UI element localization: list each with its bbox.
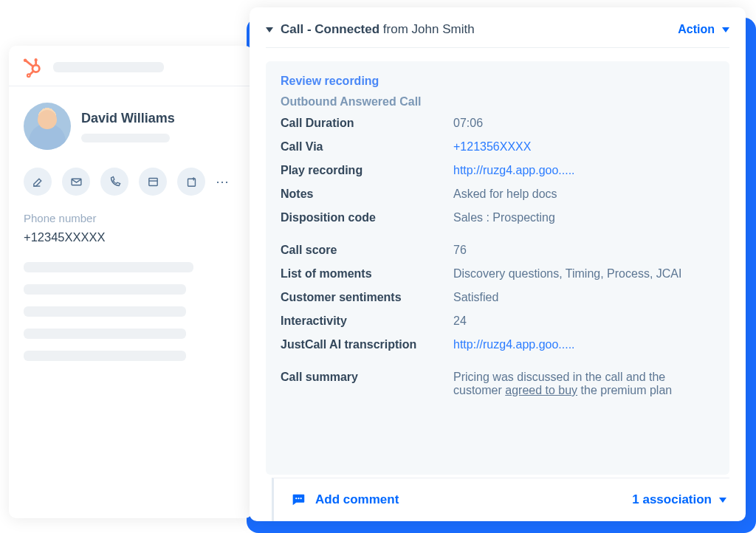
panel-title-bold: Call - Connected [281, 22, 379, 36]
field-row: Disposition codeSales : Prospecting [281, 206, 715, 230]
field-row: List of momentsDiscovery questions, Timi… [281, 262, 715, 286]
field-label: Interactivity [281, 314, 453, 328]
placeholder-bar [81, 134, 170, 142]
call-summary-row: Call summary Pricing was discussed in th… [281, 365, 715, 402]
svg-point-11 [298, 498, 299, 499]
field-label: Notes [281, 188, 453, 201]
call-detail-panel: Call - Connected from John Smith Action … [250, 7, 746, 521]
panel-footer: Add comment 1 association [272, 478, 729, 521]
field-value: 24 [453, 314, 467, 328]
log-icon [147, 176, 159, 188]
field-label: Customer sentiments [281, 291, 453, 304]
edit-note-icon [32, 176, 44, 188]
svg-rect-8 [148, 178, 157, 185]
call-type: Outbound Answered Call [281, 95, 715, 109]
field-label: List of moments [281, 267, 453, 281]
ellipsis-icon: ⋯ [216, 173, 229, 190]
contact-card: David Williams ⋯ Phone number +12345XXXX… [9, 46, 252, 518]
field-row: Call Via+121356XXXX [281, 135, 715, 159]
placeholder-bar [24, 329, 186, 339]
field-row: Customer sentimentsSatisfied [281, 286, 715, 309]
placeholder-bar [53, 62, 164, 72]
field-value-link[interactable]: +121356XXXX [453, 140, 531, 154]
phone-icon [109, 176, 121, 188]
field-row: JustCall AI transcriptionhttp://ruzg4.ap… [281, 333, 715, 357]
field-value: Satisfied [453, 291, 498, 304]
action-label: Action [678, 23, 715, 36]
svg-line-3 [27, 61, 33, 67]
svg-point-10 [295, 498, 297, 499]
field-label: JustCall AI transcription [281, 338, 453, 351]
call-detail-box: Review recording Outbound Answered Call … [266, 61, 729, 475]
field-row: Call score76 [281, 238, 715, 262]
svg-point-4 [24, 58, 27, 62]
field-label: Call score [281, 244, 453, 257]
association-dropdown[interactable]: 1 association [632, 492, 726, 507]
field-value: Sales : Prospecting [453, 211, 555, 224]
placeholder-bar [24, 284, 186, 295]
field-value: Asked for help docs [453, 188, 557, 201]
field-label: Call Duration [281, 117, 453, 130]
panel-header: Call - Connected from John Smith Action [266, 22, 729, 48]
contact-name: David Williams [81, 111, 175, 126]
field-label: Call summary [281, 371, 453, 384]
comment-icon [290, 492, 306, 508]
email-button[interactable] [62, 168, 90, 196]
panel-title-from: from John Smith [379, 22, 475, 36]
caret-down-icon [266, 27, 273, 32]
field-label: Play recording [281, 164, 453, 177]
more-button[interactable]: ⋯ [216, 168, 230, 196]
field-value: Pricing was discussed in the call and th… [453, 371, 715, 397]
field-value: Discovery questions, Timing, Process, JC… [453, 267, 681, 281]
phone-number-label: Phone number [9, 212, 252, 224]
task-icon [185, 176, 198, 188]
association-label: 1 association [632, 492, 712, 507]
field-value-link[interactable]: http://ruzg4.app.goo..... [453, 338, 575, 351]
call-button[interactable] [100, 168, 128, 196]
field-row: Interactivity24 [281, 309, 715, 333]
caret-down-icon [719, 498, 726, 503]
caret-down-icon [722, 27, 729, 32]
svg-point-2 [35, 58, 38, 61]
add-comment-label: Add comment [315, 492, 399, 507]
action-dropdown[interactable]: Action [678, 23, 729, 36]
field-row: Play recordinghttp://ruzg4.app.goo..... [281, 159, 715, 182]
field-value: 07:06 [453, 117, 483, 130]
field-label: Disposition code [281, 211, 453, 224]
hubspot-logo-icon [21, 56, 43, 78]
placeholder-bar [24, 351, 186, 361]
placeholder-block [9, 262, 252, 361]
placeholder-bar [24, 306, 186, 317]
profile-row: David Williams [9, 86, 252, 159]
placeholder-bar [24, 262, 193, 272]
avatar [24, 103, 71, 150]
contact-card-header [9, 46, 252, 86]
panel-title[interactable]: Call - Connected from John Smith [266, 22, 475, 37]
task-button[interactable] [177, 168, 205, 196]
edit-note-button[interactable] [24, 168, 52, 196]
review-recording-link[interactable]: Review recording [281, 75, 715, 88]
svg-point-12 [300, 498, 302, 499]
field-row: Call Duration07:06 [281, 111, 715, 135]
log-button[interactable] [139, 168, 167, 196]
svg-point-6 [27, 74, 30, 77]
email-icon [70, 176, 83, 188]
field-label: Call Via [281, 140, 453, 154]
field-value-link[interactable]: http://ruzg4.app.goo..... [453, 164, 575, 177]
phone-number-value: +12345XXXXX [9, 224, 252, 262]
field-row: NotesAsked for help docs [281, 182, 715, 206]
add-comment-button[interactable]: Add comment [290, 492, 399, 508]
action-icon-row: ⋯ [9, 159, 252, 212]
field-value: 76 [453, 244, 467, 257]
